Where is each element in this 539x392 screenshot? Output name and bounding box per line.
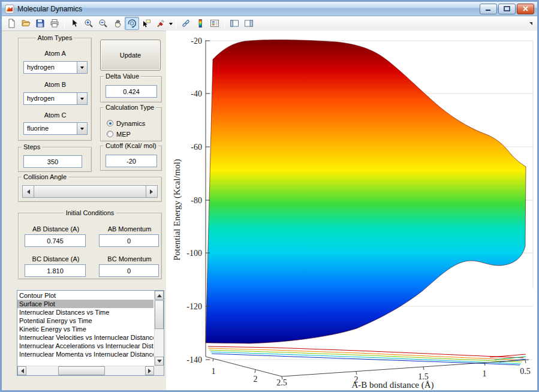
toolbar-overflow-arrow-icon[interactable] [529,22,532,25]
hide-plot-tools-icon [230,19,239,28]
titlebar[interactable]: Molecular Dynamics [2,2,537,16]
collision-angle-slider[interactable] [22,185,158,198]
save-figure-button[interactable] [33,17,47,30]
list-item[interactable]: Contour Plot [17,291,153,300]
svg-text:-60: -60 [191,143,202,152]
plot-type-listbox[interactable]: Contour Plot Surface Plot Internuclear D… [17,290,164,376]
brush-button[interactable] [153,17,168,30]
atom-c-dropdown-button[interactable] [77,123,87,134]
triangle-right-icon [150,189,155,194]
chain-link-icon [181,19,191,28]
print-figure-button[interactable] [47,17,62,30]
surface-plot-canvas[interactable]: -20 -40 -60 -80 -100 -120 -140 2.5 2 1.5… [166,31,537,390]
svg-text:1: 1 [212,367,216,376]
bc-distance-label: BC Distance (A) [32,255,80,263]
initial-conditions-title: Initial Conditions [64,209,116,217]
data-cursor-button[interactable] [139,17,153,30]
vertical-scroll-thumb[interactable] [155,300,164,329]
list-item[interactable]: Internuclear Distances vs Time [17,308,153,316]
rotate-3d-button[interactable] [125,17,139,30]
scroll-up-button[interactable] [155,291,164,300]
steps-field[interactable] [23,155,82,168]
list-item-selected[interactable]: Surface Plot [17,300,153,308]
atom-c-label: Atom C [44,111,67,119]
delta-value-title: Delta Value [104,72,141,80]
list-item[interactable]: Internuclear Momenta vs Internuclear Dis… [17,350,153,358]
bc-momentum-field[interactable] [99,264,159,277]
bc-distance-field[interactable] [25,264,86,277]
atom-types-panel: Atom Types Atom A hydrogen Atom B hydrog… [18,38,92,141]
mep-radio[interactable] [107,131,113,137]
triangle-left-icon [25,189,30,194]
rotate-3d-icon [127,19,137,28]
scroll-left-button[interactable] [17,366,26,375]
new-document-icon [7,19,16,28]
horizontal-scroll-thumb[interactable] [58,366,105,375]
list-item[interactable]: Internuclear Velocities vs Internuclear … [17,333,153,342]
insert-colorbar-button[interactable] [193,17,207,30]
show-plot-tools-button[interactable] [242,17,256,30]
list-item[interactable]: Potential Energy vs Time [17,316,153,325]
list-vertical-scrollbar[interactable] [154,291,164,366]
atom-b-dropdown[interactable]: hydrogen [23,92,88,105]
triangle-up-icon [157,292,162,297]
dynamics-radio[interactable] [107,120,113,126]
app-window: Molecular Dynamics [0,0,539,392]
atom-b-label: Atom B [44,81,66,88]
toolbar-separator [64,18,65,29]
list-item[interactable]: Kinetic Energy vs Time [17,325,153,333]
svg-text:1: 1 [483,369,487,378]
update-button[interactable]: Update [100,40,161,71]
svg-text:2.5: 2.5 [276,378,287,387]
printer-icon [50,19,59,28]
scrollbar-corner [154,366,164,375]
cutoff-field[interactable] [106,155,157,167]
open-folder-icon [21,19,31,28]
close-button[interactable] [517,4,534,14]
edit-plot-button[interactable] [67,17,82,30]
ab-momentum-field[interactable] [99,234,159,247]
scroll-right-button[interactable] [145,366,154,375]
triangle-down-icon [157,360,162,365]
y-tick-labels: -20 -40 -60 -80 -100 -120 -140 [186,37,202,364]
maximize-button[interactable] [498,4,516,14]
floor-contour-lines [208,346,526,365]
delta-value-field[interactable] [106,85,157,98]
save-floppy-icon [35,19,45,28]
open-file-button[interactable] [19,17,33,30]
new-figure-button[interactable] [4,17,19,30]
atom-a-dropdown-button[interactable] [77,62,87,73]
cutoff-panel: Cutoff (Kcal/ mol) [100,146,162,171]
slider-thumb[interactable] [34,186,146,197]
atom-c-dropdown[interactable]: fluorine [23,122,88,135]
x-axis-label: A-B bond distance (Å) [351,380,433,390]
calculation-type-panel: Calculation Type Dynamics MEP [100,107,162,141]
list-item[interactable]: Internuclear Accelerations vs Internucle… [17,342,153,350]
scroll-down-button[interactable] [155,357,164,366]
insert-legend-button[interactable] [207,17,222,30]
zoom-out-icon [98,19,108,28]
slider-left-arrow-button[interactable] [23,186,34,197]
atom-a-dropdown[interactable]: hydrogen [23,61,88,74]
zoom-out-button[interactable] [96,17,110,30]
pan-button[interactable] [110,17,125,30]
toolbar-separator [224,18,225,29]
brush-menu-arrow[interactable] [168,17,173,30]
steps-title: Steps [22,143,42,151]
zoom-in-icon [84,19,94,28]
list-horizontal-scrollbar[interactable] [17,366,154,375]
ab-distance-field[interactable] [25,234,86,247]
link-plot-button[interactable] [179,17,193,30]
chevron-down-icon [169,23,173,27]
atom-b-dropdown-button[interactable] [77,93,87,104]
hide-plot-tools-button[interactable] [227,17,242,30]
potential-energy-surface [206,40,526,343]
zoom-in-button[interactable] [82,17,96,30]
colorbar-icon [195,19,205,28]
svg-text:2: 2 [254,375,258,384]
ab-distance-label: AB Distance (A) [32,225,79,233]
slider-right-arrow-button[interactable] [146,186,157,197]
window-title: Molecular Dynamics [17,5,477,13]
toolbar-separator [176,18,176,29]
minimize-button[interactable] [480,4,497,14]
